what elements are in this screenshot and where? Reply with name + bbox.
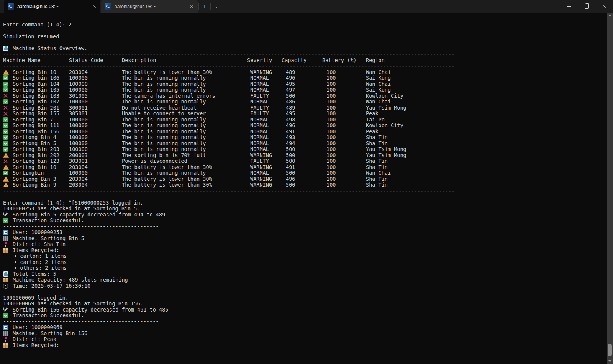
cell-machine-name: Sorting Bin 203	[13, 146, 69, 152]
icon-cell	[3, 343, 13, 348]
status-icon-cell	[3, 182, 13, 187]
table-row: Sortiong Bin 9203004The battery is lower…	[3, 182, 607, 188]
line-text: Items Recycled:	[13, 343, 59, 349]
terminal-prompt-icon	[8, 3, 14, 10]
new-tab-button[interactable]: +	[199, 0, 210, 13]
tab-terminal-2[interactable]: aaronlau@nuc-08: ~	[101, 0, 198, 13]
icon-cell	[3, 236, 13, 241]
line-text: Enter command (1-4): ^[S1000000253 logge…	[3, 200, 143, 206]
cell-capacity: 500	[282, 170, 322, 176]
table-row: Sortingbin100000The bin is running norma…	[3, 170, 607, 176]
close-button[interactable]	[595, 0, 613, 13]
cell-severity: NORMAL	[247, 87, 282, 93]
cell-severity: NORMAL	[247, 170, 282, 176]
cell-region: Tai Po	[366, 117, 607, 123]
table-row: Sorting bin 123303001Power is disconnect…	[3, 158, 607, 164]
line-text: 1000000069 has checked in at Sorting Bin…	[3, 301, 143, 307]
package-icon	[3, 278, 8, 282]
line-text: • carton: 2 items	[14, 259, 67, 266]
cell-region: Wan Chai	[366, 69, 607, 75]
line-text: • carton: 1 items	[14, 253, 67, 259]
cell-severity: NORMAL	[247, 123, 282, 129]
pin-icon	[3, 337, 8, 342]
terminal-line: User: 1000000069	[3, 325, 607, 331]
tab-close-icon[interactable]	[188, 3, 195, 10]
cell-region: Yau Tsim Mong	[366, 152, 607, 159]
line-text: 1000000069 logged in.	[3, 295, 69, 301]
line-text: Time: 2025-03-17 16:30:10	[13, 283, 90, 289]
status-icon-cell	[3, 75, 13, 80]
table-row: Sortiong Bin 5100000The bin is running n…	[3, 141, 607, 147]
cell-severity: WARNING	[247, 164, 282, 171]
cell-severity: FAULTY	[247, 93, 282, 99]
icon-cell	[3, 277, 13, 282]
terminal-line: • carton: 1 items	[3, 253, 607, 259]
line-text: Machine Status Overview:	[13, 46, 87, 52]
cell-battery: 100	[322, 117, 366, 123]
line-text: Sorting Bin 156 capacity decreased from …	[13, 307, 168, 313]
cell-description: The bin is running normally	[122, 117, 247, 123]
separator-line: ----------------------------------------…	[3, 188, 607, 194]
terminal-line: Enter command (1-4): 2	[3, 22, 607, 28]
table-header-row: Machine NameStatus CodeDescriptionSeveri…	[3, 57, 607, 64]
cell-capacity: 500	[282, 182, 322, 188]
restore-button[interactable]	[578, 0, 595, 13]
icon-cell	[3, 242, 13, 247]
terminal-line: Transaction Successful:	[3, 218, 607, 224]
cell-status-code: 203004	[69, 164, 122, 171]
cell-severity: NORMAL	[247, 99, 282, 105]
cell-description: The bin is running normally	[122, 134, 247, 141]
package-icon	[3, 248, 8, 253]
separator-text: ----------------------------------------…	[3, 319, 159, 325]
cell-status-code: 100000	[69, 117, 122, 123]
machine-status-table: Machine NameStatus CodeDescriptionSeveri…	[3, 57, 607, 188]
icon-cell	[3, 313, 13, 318]
status-icon-cell	[3, 153, 13, 158]
cell-machine-name: Sorting Bin 10	[13, 164, 69, 171]
cell-region: Yau Tsim Mong	[366, 105, 607, 111]
cell-region: Sai Kung	[366, 75, 607, 81]
terminal-line: Total Items: 5	[3, 271, 607, 277]
cell-capacity: 495	[282, 111, 322, 117]
cell-description: Do not receive heartbeat	[122, 105, 247, 111]
tab-terminal-1[interactable]: aaronlau@nuc-08: ~	[4, 0, 100, 13]
wrench-icon	[3, 212, 8, 217]
check-icon	[3, 129, 8, 134]
wrench-icon	[3, 307, 8, 312]
cell-machine-name: Sorting bin 106	[13, 75, 69, 81]
cell-status-code: 100000	[69, 99, 122, 105]
terminal-line: Simulation resumed	[3, 34, 607, 40]
cross-icon	[3, 93, 8, 98]
cell-machine-name: Sorting Bin 201	[13, 105, 69, 111]
cell-machine-name: Sorting Bin 104	[13, 81, 69, 87]
minimize-button[interactable]	[560, 0, 578, 13]
clock-icon	[3, 284, 8, 289]
cell-region: Sai Kung	[366, 87, 607, 93]
scrollbar-thumb[interactable]	[608, 344, 612, 356]
cell-capacity: 496	[282, 176, 322, 182]
cell-capacity: 500	[282, 93, 322, 99]
icon-cell	[3, 271, 13, 277]
column-header: Machine Name	[3, 57, 69, 64]
cell-description: The battery is lower than 30%	[122, 176, 247, 182]
scrollbar[interactable]	[607, 13, 613, 364]
terminal-line: Machine Status Overview:	[3, 46, 607, 52]
cell-region: Sha Tin	[366, 141, 607, 147]
cell-capacity: 500	[282, 152, 322, 159]
line-text: District: Sha Tin	[13, 241, 66, 248]
tab-close-icon[interactable]	[91, 3, 97, 10]
cell-region: Sha Tin	[366, 164, 607, 171]
check-icon	[3, 123, 8, 128]
cell-severity: NORMAL	[247, 117, 282, 123]
tab-dropdown-button[interactable]: ⌄	[211, 0, 222, 13]
separator-text: ----------------------------------------…	[3, 188, 455, 194]
cross-icon	[3, 159, 8, 164]
cell-battery: 100	[322, 152, 366, 159]
status-icon-cell	[3, 159, 13, 164]
terminal-line	[3, 16, 607, 22]
table-row: Sorting Bin 155305001Unable to connect t…	[3, 111, 607, 117]
scroll-down-icon[interactable]	[608, 360, 611, 362]
scroll-up-icon[interactable]	[608, 15, 611, 16]
cell-machine-name: Sorting Bin 107	[13, 99, 69, 105]
separator-line: ----------------------------------------…	[3, 289, 607, 295]
